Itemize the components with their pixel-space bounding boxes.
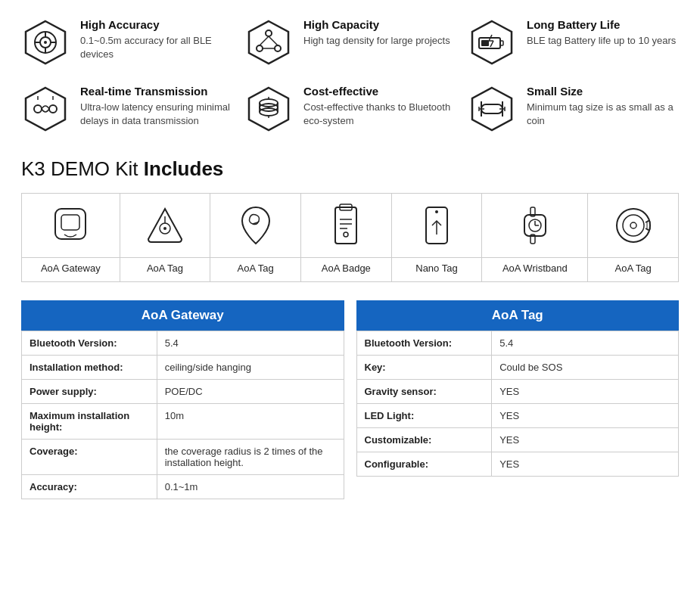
svg-point-23 <box>34 105 42 113</box>
kit-label-tag2: AoA Tag <box>210 258 301 282</box>
kit-label-gateway: AoA Gateway <box>22 258 120 282</box>
aoa-tag-value-3: YES <box>492 404 679 428</box>
svg-rect-45 <box>55 209 86 239</box>
kit-label-nano: Nano Tag <box>391 258 482 282</box>
feature-small-size-desc: Minimum tag size is as small as a coin <box>527 101 679 128</box>
svg-point-65 <box>617 209 650 242</box>
svg-point-10 <box>257 45 263 51</box>
gateway-spec-header: AoA Gateway <box>21 300 344 331</box>
feature-long-battery-desc: BLE tag Battery life up to 10 years <box>527 34 676 48</box>
battery-icon <box>468 18 516 67</box>
kit-label-tag1: AoA Tag <box>120 258 210 282</box>
svg-point-48 <box>163 227 166 230</box>
kit-nano-icon-cell <box>391 194 482 258</box>
svg-point-9 <box>266 30 272 36</box>
feature-high-accuracy: High Accuracy 0.1~0.5m accuracy for all … <box>21 18 232 67</box>
aoa-tag-row-2: Gravity sensor: YES <box>356 380 679 404</box>
svg-rect-17 <box>500 41 503 45</box>
aoa-tag-spec-block: AoA Tag Bluetooth Version: 5.4 Key: Coul… <box>356 300 680 499</box>
feature-high-accuracy-text: High Accuracy 0.1~0.5m accuracy for all … <box>80 18 232 61</box>
kit-tag-round-icon-cell <box>588 194 679 258</box>
aoa-tag-row-1: Key: Could be SOS <box>356 356 679 380</box>
aoa-tag-value-5: YES <box>492 452 679 477</box>
svg-marker-8 <box>249 21 288 64</box>
kit-label-wristband: AoA Wristband <box>482 258 588 282</box>
kit-wristband-icon-cell <box>482 194 588 258</box>
aoa-tag-label-3: LED Light: <box>356 404 492 428</box>
aoa-tag-row-5: Configurable: YES <box>356 452 679 477</box>
coins-icon <box>244 85 293 133</box>
gateway-value-4: the coverage radius is 2 times of the in… <box>157 440 344 475</box>
kit-tag-triangle-icon-cell <box>120 194 210 258</box>
gateway-label-0: Bluetooth Version: <box>22 331 157 356</box>
gateway-row-4: Coverage: the coverage radius is 2 times… <box>22 440 344 475</box>
kit-badge-icon-cell <box>300 194 391 258</box>
svg-point-28 <box>260 99 278 107</box>
feature-realtime-desc: Ultra-low latency ensuring minimal delay… <box>80 101 232 128</box>
gateway-spec-table: Bluetooth Version: 5.4 Installation meth… <box>21 331 344 499</box>
transmission-icon <box>21 85 70 133</box>
svg-point-67 <box>630 222 636 228</box>
svg-rect-46 <box>61 215 79 230</box>
aoa-tag-row-3: LED Light: YES <box>356 404 679 428</box>
gateway-row-0: Bluetooth Version: 5.4 <box>22 331 344 356</box>
svg-line-12 <box>260 36 269 45</box>
gateway-spec-block: AoA Gateway Bluetooth Version: 5.4 Insta… <box>21 300 344 499</box>
feature-small-size-text: Small Size Minimum tag size is as small … <box>527 85 679 128</box>
kit-gateway-icon-cell <box>22 194 120 258</box>
feature-high-capacity-title: High Capacity <box>303 18 450 31</box>
kit-includes-table: AoA Gateway AoA Tag AoA Tag AoA Badge Na… <box>21 193 679 282</box>
feature-high-capacity-text: High Capacity High tag density for large… <box>303 18 450 48</box>
feature-high-capacity: High Capacity High tag density for large… <box>244 18 456 67</box>
svg-point-66 <box>623 215 644 236</box>
gateway-value-1: ceiling/side hanging <box>157 356 344 380</box>
aoa-tag-spec-header: AoA Tag <box>356 300 680 331</box>
aoa-tag-value-4: YES <box>492 428 679 452</box>
feature-high-accuracy-desc: 0.1~0.5m accuracy for all BLE devices <box>80 34 232 61</box>
features-grid: High Accuracy 0.1~0.5m accuracy for all … <box>21 18 679 133</box>
aoa-tag-row-4: Customizable: YES <box>356 428 679 452</box>
svg-line-21 <box>490 41 493 47</box>
aoa-tag-label-2: Gravity sensor: <box>356 380 492 404</box>
kit-label-badge: AoA Badge <box>300 258 391 282</box>
aoa-tag-value-0: 5.4 <box>492 331 679 356</box>
feature-small-size-title: Small Size <box>527 85 679 98</box>
feature-long-battery: Long Battery Life BLE tag Battery life u… <box>468 18 679 67</box>
gateway-label-3: Maximum installation height: <box>22 404 157 440</box>
aoa-tag-row-0: Bluetooth Version: 5.4 <box>356 331 679 356</box>
svg-point-24 <box>49 105 57 113</box>
feature-high-capacity-desc: High tag density for large projects <box>303 34 450 48</box>
svg-point-31 <box>260 104 278 111</box>
svg-marker-22 <box>26 88 65 130</box>
gateway-label-2: Power supply: <box>22 380 157 404</box>
kit-icons-row <box>22 194 679 258</box>
feature-long-battery-title: Long Battery Life <box>527 18 676 31</box>
feature-realtime: Real-time Transmission Ultra-low latency… <box>21 85 232 133</box>
svg-rect-18 <box>481 40 489 46</box>
feature-small-size: Small Size Minimum tag size is as small … <box>468 85 679 133</box>
feature-realtime-title: Real-time Transmission <box>80 85 232 98</box>
target-icon <box>21 18 70 67</box>
resize-icon <box>468 85 516 133</box>
feature-cost-effective: Cost-effective Cost-effective thanks to … <box>244 85 456 133</box>
aoa-tag-value-1: Could be SOS <box>492 356 679 380</box>
demo-kit-title: K3 DEMO Kit Includes <box>21 157 679 181</box>
svg-point-55 <box>344 232 348 237</box>
gateway-row-5: Accuracy: 0.1~1m <box>22 475 344 499</box>
gateway-row-2: Power supply: POE/DC <box>22 380 344 404</box>
svg-point-57 <box>435 210 438 213</box>
feature-long-battery-text: Long Battery Life BLE tag Battery life u… <box>527 18 676 48</box>
gateway-label-5: Accuracy: <box>22 475 157 499</box>
aoa-tag-label-4: Customizable: <box>356 428 492 452</box>
aoa-tag-spec-table: Bluetooth Version: 5.4 Key: Could be SOS… <box>356 331 680 477</box>
svg-rect-38 <box>481 104 502 113</box>
nodes-icon <box>244 18 293 67</box>
gateway-label-4: Coverage: <box>22 440 157 475</box>
spec-section: AoA Gateway Bluetooth Version: 5.4 Insta… <box>21 300 679 499</box>
svg-point-11 <box>275 45 281 51</box>
svg-point-34 <box>260 108 278 116</box>
svg-point-3 <box>44 41 47 44</box>
svg-rect-50 <box>335 207 356 244</box>
svg-marker-27 <box>249 88 288 130</box>
kit-tag-pin-icon-cell <box>210 194 301 258</box>
